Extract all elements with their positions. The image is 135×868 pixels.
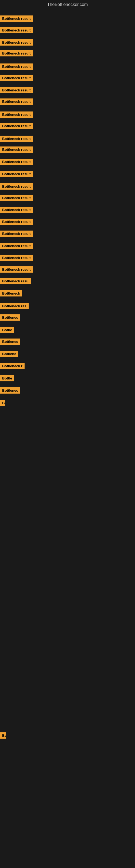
bottleneck-result-item[interactable]: Bottlene (0, 351, 18, 357)
bottleneck-result-item[interactable]: Bottleneck result (0, 147, 33, 153)
bottleneck-result-item[interactable]: Bottleneck result (0, 243, 33, 249)
bottleneck-result-item[interactable]: Bottleneck result (0, 255, 33, 261)
bottleneck-result-item[interactable]: Bottleneck r (0, 363, 25, 369)
bottleneck-result-item[interactable]: Bottleneck result (0, 195, 33, 201)
bottleneck-result-item[interactable]: Bottleneck result (0, 230, 33, 237)
bottleneck-result-item[interactable]: Bottle (0, 327, 14, 333)
bottleneck-result-item[interactable]: Bottleneck result (0, 171, 33, 177)
bottleneck-result-item[interactable]: Bottleneck result (0, 63, 33, 70)
bottleneck-result-item[interactable]: Bottlenec (0, 314, 20, 321)
bottleneck-result-item[interactable]: Bottleneck result (0, 219, 33, 225)
bottleneck-result-item[interactable]: Bottleneck result (0, 50, 33, 56)
bottleneck-result-item[interactable]: Bottleneck result (0, 123, 33, 129)
bottleneck-result-item[interactable]: Bottleneck (0, 290, 22, 297)
bottleneck-result-item[interactable]: Bottleneck result (0, 87, 33, 93)
bottleneck-result-item[interactable]: Bottlenec (0, 388, 20, 394)
bottleneck-result-item[interactable]: Bottleneck res (0, 303, 29, 309)
bottleneck-result-item[interactable]: Bottlenec (0, 339, 20, 345)
bottleneck-result-item[interactable]: Bottle (0, 375, 14, 381)
bottleneck-result-item[interactable]: Bottleneck result (0, 135, 33, 142)
bottleneck-result-item[interactable]: Bottleneck result (0, 207, 33, 213)
bottleneck-result-item[interactable]: Bottleneck result (0, 98, 33, 105)
bottleneck-result-item[interactable]: Bottleneck result (0, 183, 33, 190)
bottleneck-result-item[interactable]: B (0, 400, 5, 406)
bottleneck-result-item[interactable]: Bottleneck result (0, 267, 33, 273)
bottleneck-result-item[interactable]: Bottleneck result (0, 16, 33, 22)
bottleneck-result-item[interactable]: Bottleneck result (0, 75, 33, 81)
bottleneck-result-item[interactable]: Bottleneck result (0, 39, 33, 45)
bottleneck-result-item[interactable]: Bottleneck result (0, 27, 33, 33)
site-title: TheBottlenecker.com (0, 0, 135, 9)
page-wrapper: TheBottlenecker.com Bottleneck resultBot… (0, 0, 135, 9)
bottleneck-result-item[interactable]: Bottleneck resu (0, 278, 31, 284)
bottleneck-result-item[interactable]: Bottleneck result (0, 112, 33, 118)
bottleneck-result-item[interactable]: Bottleneck result (0, 159, 33, 165)
bottleneck-result-item[interactable]: Bo (0, 733, 6, 739)
